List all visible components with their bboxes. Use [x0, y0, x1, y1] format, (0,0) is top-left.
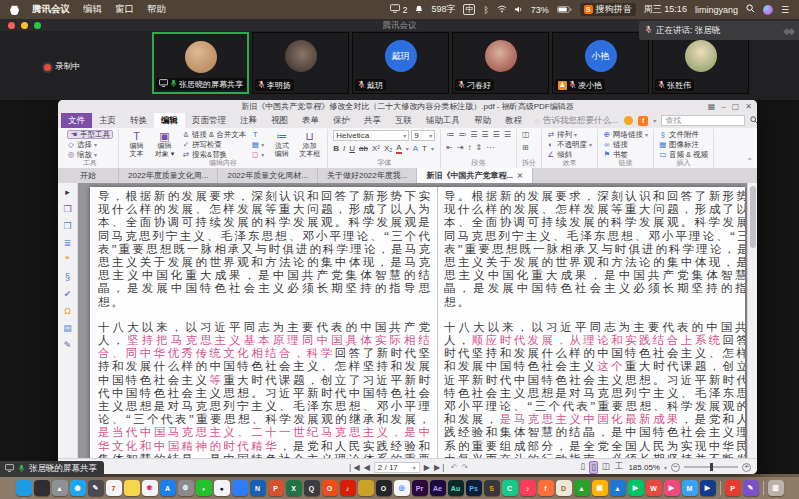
menu-app-name[interactable]: 腾讯会议 — [32, 3, 70, 16]
reflow-edit-button[interactable]: ≔流式 编辑 — [269, 130, 294, 157]
fit-width-icon[interactable]: 工 — [614, 461, 625, 474]
signature-panel-icon[interactable]: ✔ — [64, 289, 72, 299]
font-style-u-button[interactable]: U — [349, 144, 355, 153]
launchpad-icon[interactable]: ▲ — [52, 480, 68, 496]
photoshop-icon[interactable]: Ps — [466, 480, 482, 496]
edit-object-button[interactable]: ▣编辑 对象 ▾ — [152, 130, 177, 157]
next-page-button[interactable]: ▶ — [424, 463, 430, 472]
blue-office-app-icon[interactable]: N — [250, 480, 266, 496]
ribbon-tab-主页[interactable]: 主页 — [92, 113, 123, 128]
menu-edit[interactable]: 编辑 — [83, 3, 102, 16]
add-image-button[interactable]: ▦▾ — [251, 140, 264, 149]
indent-icon[interactable]: ⇥ — [457, 143, 464, 153]
previous-view-button[interactable]: ↶ — [451, 463, 458, 472]
zoom-preset-dropdown-icon[interactable]: ▾ — [664, 464, 667, 471]
ribbon-tab-注释[interactable]: 注释 — [233, 113, 264, 128]
vertical-scrollbar[interactable] — [747, 183, 757, 458]
link-button[interactable]: ∞链接 — [603, 140, 648, 149]
font-style-i-button[interactable]: I — [343, 144, 345, 153]
premiere-icon[interactable]: Pr — [412, 480, 428, 496]
ribbon-tab-帮助[interactable]: 帮助 — [467, 113, 498, 128]
maximize-icon[interactable]: ▢ — [732, 100, 740, 113]
ribbon-tab-互联[interactable]: 互联 — [388, 113, 419, 128]
bookmark-button[interactable]: ⚑书签 — [603, 150, 648, 159]
outdent-icon[interactable]: ⇤ — [446, 143, 453, 153]
participant-tile[interactable]: 李明扬 — [252, 32, 349, 94]
split-view-icon[interactable]: ◫ — [522, 130, 530, 140]
ribbon-tab-文件[interactable]: 文件 — [61, 113, 92, 128]
mail-app-icon[interactable]: ✎ — [88, 480, 104, 496]
close-window-button[interactable] — [8, 22, 15, 29]
edit-text-button[interactable]: T编辑 文本 — [124, 130, 149, 157]
add-textbox-button[interactable]: ⊔添加 文本框 — [297, 130, 322, 157]
document-tab[interactable]: 关于做好2022年度我... — [318, 168, 417, 183]
participant-tile[interactable]: 张胜伟 — [652, 32, 749, 94]
account-dropdown-icon[interactable]: ▾ — [653, 117, 656, 124]
safari-icon[interactable]: ◉ — [70, 480, 86, 496]
bookmarks-panel-icon[interactable]: ❒ — [63, 204, 71, 214]
arrange-button[interactable]: ⇄排列▾ — [547, 130, 592, 139]
ribbon-tab-转换[interactable]: 转换 — [123, 113, 154, 128]
chrome-icon[interactable]: ◎ — [394, 480, 410, 496]
scrollbar-thumb[interactable] — [750, 186, 756, 248]
bluetooth-icon[interactable]: ᛒ — [483, 5, 488, 15]
collapse-panel-icon[interactable]: ▸ — [65, 187, 70, 197]
username[interactable]: limingyang — [695, 5, 738, 15]
finder-icon[interactable] — [16, 480, 32, 496]
calendar-icon[interactable]: 7 — [106, 480, 122, 496]
bullet-list-icon[interactable]: ≔ — [446, 130, 454, 140]
para-more-icon[interactable]: ⋯ — [486, 143, 494, 153]
video-player-icon[interactable]: ▶ — [628, 480, 644, 496]
zoom-level[interactable]: 185.05% — [628, 463, 660, 472]
spotlight-search-icon[interactable] — [746, 4, 755, 15]
audition-icon[interactable]: Au — [448, 480, 464, 496]
link-merge-text-button[interactable]: &链接 & 合并文本 — [182, 130, 246, 139]
weblink-button[interactable]: ⊕网络链接▾ — [603, 130, 648, 139]
foxit-reader-icon[interactable]: f — [538, 480, 554, 496]
font-style-a-button[interactable]: A — [396, 143, 401, 154]
zoom-tool-button[interactable]: ◎缩放▾ — [67, 150, 113, 159]
menu-help[interactable]: 帮助 — [147, 3, 166, 16]
notification-bell-icon[interactable] — [415, 5, 423, 15]
search-icon[interactable] — [750, 116, 757, 126]
ribbon-tab-视图[interactable]: 视图 — [264, 113, 295, 128]
quicktime-icon[interactable]: Q — [304, 480, 320, 496]
apple-menu-icon[interactable] — [10, 4, 19, 15]
redaction-panel-icon[interactable]: ✎ — [64, 340, 72, 350]
select-tool-button[interactable]: ◇选择▾ — [67, 140, 113, 149]
ribbon-tab-教程[interactable]: 教程 — [498, 113, 529, 128]
close-icon[interactable]: ✕ — [745, 100, 752, 113]
continuous-view-icon[interactable]: ▯ — [589, 461, 598, 474]
participant-tile[interactable]: 小艳♟凌小艳 — [552, 32, 649, 94]
next-view-button[interactable]: ↷ — [462, 463, 469, 472]
font-style-ab-button[interactable]: ab — [359, 144, 368, 153]
align-center-icon[interactable]: ☰ — [481, 130, 488, 140]
mountains-app-icon[interactable]: ▲ — [610, 480, 626, 496]
notes-icon[interactable] — [124, 480, 140, 496]
ribbon-tab-页面管理[interactable]: 页面管理 — [185, 113, 233, 128]
opacity-button[interactable]: ◐不透明度▾ — [547, 140, 592, 149]
system-settings-icon[interactable]: ⚙ — [178, 480, 194, 496]
document-tab[interactable]: 2022年度质量文化周... — [119, 168, 218, 183]
word-count[interactable]: 598字 — [431, 3, 455, 16]
dark-player-icon[interactable]: ▶ — [700, 480, 716, 496]
netease-music-icon[interactable]: ♪ — [340, 480, 356, 496]
add-shape-button[interactable]: ◻▾ — [251, 150, 264, 159]
stocks-app-icon[interactable]: ▲ — [574, 480, 590, 496]
align-left-icon[interactable]: ☰ — [470, 130, 477, 140]
siri-icon[interactable] — [34, 480, 50, 496]
para-spacing-icon[interactable]: ⇕ — [476, 143, 483, 153]
photos-icon[interactable]: ❀ — [142, 480, 158, 496]
close-tab-icon[interactable]: ✕ — [517, 172, 523, 180]
find-input[interactable]: 查找 — [661, 115, 745, 126]
hand-tool-button[interactable]: ☚手型工具 — [67, 130, 113, 139]
wechat-icon[interactable]: ◗ — [196, 480, 212, 496]
font-style-t-button[interactable]: T — [422, 144, 427, 153]
font-style-b-button[interactable]: B — [333, 144, 339, 153]
menu-window[interactable]: 窗口 — [115, 3, 134, 16]
previous-page-button[interactable]: ◀ — [364, 463, 370, 472]
dictionary-icon[interactable]: D — [556, 480, 572, 496]
clion-icon[interactable]: C — [502, 480, 518, 496]
font-style-x²-button[interactable]: X² — [372, 144, 380, 153]
layout-grid-icon[interactable]: ▦ — [708, 100, 716, 113]
